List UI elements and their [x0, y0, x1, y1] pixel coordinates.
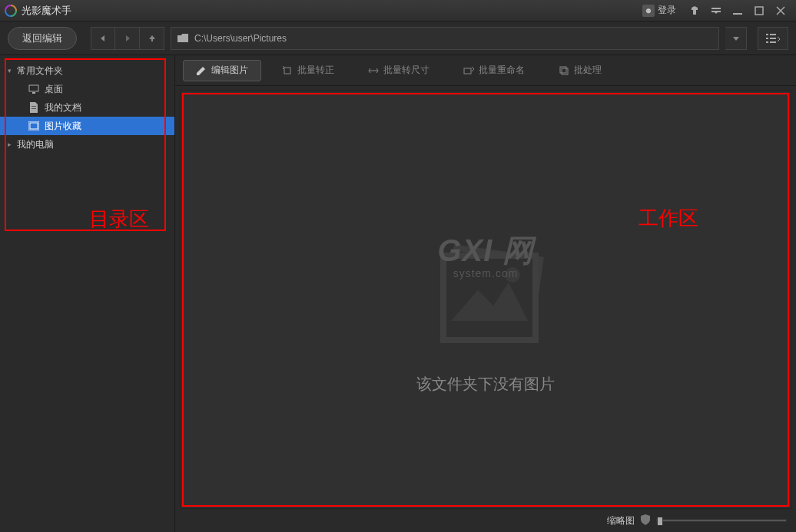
pencil-icon — [196, 65, 207, 76]
nav-forward-button[interactable] — [115, 27, 140, 50]
login-button[interactable]: ☻ 登录 — [635, 0, 684, 21]
back-to-edit-button[interactable]: 返回编辑 — [8, 27, 77, 50]
path-bar[interactable]: C:\Users\user\Pictures — [171, 27, 719, 50]
tree-label: 常用文件夹 — [17, 64, 63, 78]
thumbnail-label: 缩略图 — [607, 514, 635, 527]
btn-label: 批处理 — [574, 64, 602, 77]
watermark: GXI 网 system.com — [437, 230, 533, 279]
watermark-big: GXI 网 — [437, 230, 533, 272]
shield-icon — [641, 514, 650, 527]
svg-rect-18 — [464, 68, 471, 74]
svg-rect-12 — [32, 92, 35, 94]
svg-rect-19 — [560, 67, 566, 73]
svg-rect-5 — [766, 34, 768, 35]
user-face-icon: ☻ — [642, 5, 655, 17]
skin-button[interactable] — [684, 0, 705, 21]
tree-label: 我的文档 — [45, 101, 81, 114]
empty-text: 该文件夹下没有图片 — [416, 374, 555, 395]
svg-rect-8 — [770, 38, 776, 39]
svg-rect-9 — [766, 41, 768, 43]
workspace: GXI 网 system.com 该文件夹下没有图片 工作区 — [180, 91, 791, 509]
toolbar: 返回编辑 C:\Users\user\Pictures — [0, 21, 796, 55]
tree-item-documents[interactable]: 我的文档 — [0, 98, 174, 117]
tree-label: 我的电脑 — [17, 138, 54, 151]
slider-thumb[interactable] — [657, 517, 663, 526]
svg-rect-16 — [30, 123, 38, 129]
action-bar: 编辑图片 批量转正 批量转尺寸 批量重命名 — [175, 55, 796, 86]
svg-rect-17 — [284, 68, 290, 74]
caret-right-icon: ▸ — [8, 140, 15, 148]
svg-rect-13 — [32, 106, 36, 107]
batch-icon — [559, 65, 569, 76]
close-button[interactable] — [770, 0, 791, 21]
path-dropdown-button[interactable] — [725, 27, 747, 50]
login-label: 登录 — [658, 4, 676, 17]
batch-rename-button[interactable]: 批量重命名 — [450, 60, 538, 81]
annotation-label-workspace: 工作区 — [638, 205, 698, 232]
svg-rect-3 — [733, 13, 742, 15]
svg-rect-1 — [711, 8, 721, 9]
resize-icon — [368, 65, 379, 76]
caret-down-icon: ▾ — [8, 67, 15, 74]
path-text: C:\Users\user\Pictures — [194, 33, 287, 44]
rename-icon — [463, 65, 474, 76]
svg-rect-4 — [755, 7, 763, 15]
thumbnail-size-slider[interactable] — [656, 519, 787, 522]
folder-tree-sidebar: ▾ 常用文件夹 桌面 我的文档 图片收藏 — [0, 55, 175, 532]
document-icon — [28, 101, 40, 114]
view-mode-button[interactable] — [758, 27, 788, 50]
btn-label: 批量转正 — [297, 64, 334, 77]
svg-rect-7 — [766, 38, 768, 39]
btn-label: 批量转尺寸 — [383, 64, 430, 77]
tree-item-picture-favorites[interactable]: 图片收藏 — [0, 117, 174, 135]
tree-label: 图片收藏 — [45, 120, 81, 133]
btn-label: 编辑图片 — [211, 64, 248, 77]
batch-transfer-button[interactable]: 批量转正 — [269, 60, 347, 81]
minimize-button[interactable] — [727, 0, 748, 21]
btn-label: 批量重命名 — [479, 64, 525, 77]
tree-item-my-computer[interactable]: ▸ 我的电脑 — [0, 135, 174, 154]
app-title: 光影魔术手 — [22, 4, 71, 18]
folder-icon — [177, 34, 188, 43]
svg-rect-20 — [562, 68, 568, 74]
tree-item-favorites[interactable]: ▾ 常用文件夹 — [0, 61, 174, 80]
annotation-label-sidebar: 目录区 — [89, 206, 149, 233]
svg-rect-14 — [32, 108, 36, 109]
picture-icon — [28, 120, 40, 132]
tree-item-desktop[interactable]: 桌面 — [0, 80, 174, 98]
edit-image-button[interactable]: 编辑图片 — [183, 60, 261, 81]
title-bar: 光影魔术手 ☻ 登录 — [0, 0, 796, 21]
menu-button[interactable] — [705, 0, 727, 21]
svg-rect-6 — [770, 34, 776, 35]
rotate-icon — [282, 65, 293, 76]
svg-rect-11 — [29, 85, 38, 91]
nav-up-button[interactable] — [140, 27, 164, 50]
batch-resize-button[interactable]: 批量转尺寸 — [355, 60, 443, 81]
desktop-icon — [28, 83, 40, 95]
tree-label: 桌面 — [45, 83, 63, 96]
status-bar: 缩略图 — [175, 509, 796, 532]
maximize-button[interactable] — [748, 0, 770, 21]
nav-back-button[interactable] — [91, 27, 115, 50]
svg-rect-10 — [770, 41, 776, 43]
app-logo-icon — [5, 5, 17, 17]
batch-process-button[interactable]: 批处理 — [546, 60, 615, 81]
